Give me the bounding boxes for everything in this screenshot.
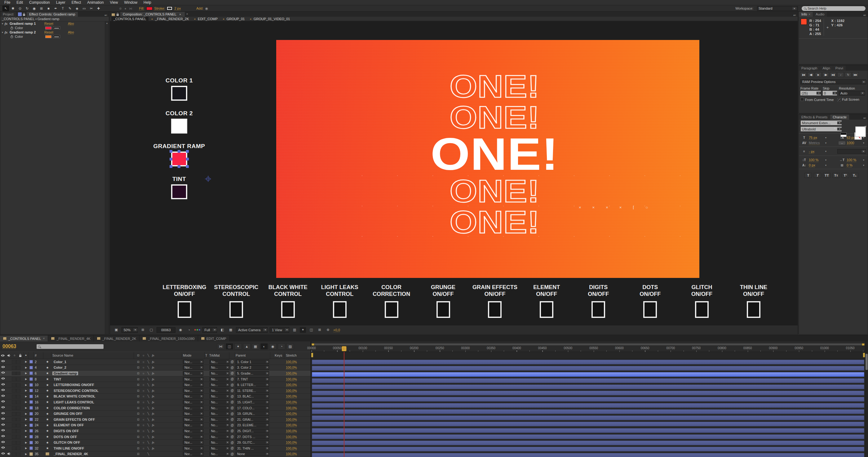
expand-arrow-icon[interactable]: ▶ bbox=[25, 413, 27, 415]
blend-mode-dropdown[interactable]: Nor...▼ bbox=[183, 360, 204, 364]
layer-name[interactable]: _FINAL_RENDER_4K bbox=[52, 452, 89, 456]
ram-preview-options-dropdown[interactable]: RAM Preview Options ▼ bbox=[800, 79, 866, 84]
stretch-value[interactable]: 100,0% bbox=[286, 452, 297, 456]
layer-row[interactable]: ▶ 6 ★ Gradient ramp ⊡ ☼ ╲ fx Nor...▼ No.… bbox=[0, 370, 311, 377]
motion-blur-switch-icon[interactable]: ╲ bbox=[148, 360, 149, 363]
layer-bar-row[interactable] bbox=[311, 428, 865, 434]
audio-toggle-button[interactable]: ♪ bbox=[837, 72, 844, 77]
layer-bar-row[interactable] bbox=[311, 440, 865, 447]
effect-reset-link[interactable]: Reset bbox=[44, 22, 66, 25]
ram-preview-button[interactable]: ▶▶ bbox=[852, 72, 859, 77]
frame-blend-switch-icon[interactable]: ☼ bbox=[142, 418, 145, 421]
toggle-checkbox[interactable] bbox=[643, 301, 657, 318]
effects-switch-icon[interactable]: fx bbox=[152, 372, 157, 375]
label-color-chip[interactable] bbox=[29, 389, 33, 392]
stretch-value[interactable]: 100,0% bbox=[286, 412, 297, 416]
frame-blend-switch-icon[interactable]: ☼ bbox=[142, 366, 145, 369]
expand-arrow-icon[interactable]: ▶ bbox=[25, 395, 27, 398]
effects-switch-icon[interactable]: fx bbox=[152, 447, 157, 450]
anchor-point-icon[interactable] bbox=[206, 177, 210, 181]
blend-mode-dropdown[interactable]: Nor...▼ bbox=[183, 389, 204, 393]
layer-bar-row[interactable] bbox=[311, 447, 865, 453]
expand-arrow-icon[interactable]: ▶ bbox=[25, 418, 27, 421]
camera-tool[interactable]: ◉ bbox=[31, 6, 37, 11]
stretch-value[interactable]: 100,0% bbox=[286, 389, 297, 393]
layer-duration-bar[interactable] bbox=[312, 378, 864, 383]
label-color-chip[interactable] bbox=[29, 441, 33, 444]
motion-blur-switch-icon[interactable]: ╲ bbox=[148, 429, 149, 432]
parent-pickwhip-icon[interactable]: @ bbox=[230, 418, 234, 421]
zoom-tool[interactable]: ⊙ bbox=[17, 6, 23, 11]
stretch-value[interactable]: 100,0% bbox=[286, 378, 297, 381]
trkmat-dropdown[interactable]: No...▼ bbox=[210, 400, 229, 404]
pan-behind-tool[interactable]: ⊞ bbox=[38, 6, 44, 11]
parent-dropdown[interactable]: 11. STERE...▼ bbox=[236, 389, 269, 393]
target-region-icon[interactable]: ◧ bbox=[219, 327, 225, 333]
frame-blend-switch-icon[interactable]: ☼ bbox=[142, 401, 145, 404]
motion-blur-switch-icon[interactable]: ╲ bbox=[148, 435, 149, 438]
menu-item[interactable]: Help bbox=[141, 0, 154, 5]
parent-dropdown[interactable]: 5. Gradie...▼ bbox=[236, 371, 269, 376]
play-button[interactable]: ▶ bbox=[815, 72, 822, 77]
faux-style-button[interactable]: TT bbox=[823, 173, 831, 178]
motion-blur-switch-icon[interactable]: ╲ bbox=[148, 424, 149, 427]
preview-tab[interactable]: Paragraph bbox=[799, 66, 819, 71]
layer-bar-row[interactable] bbox=[311, 360, 865, 366]
resolution-dropdown[interactable]: Auto ▼ bbox=[839, 91, 865, 95]
blend-mode-dropdown[interactable]: Nor...▼ bbox=[183, 423, 204, 427]
stretch-value[interactable]: 100,0% bbox=[286, 406, 297, 410]
eye-icon[interactable] bbox=[1, 429, 5, 432]
first-frame-button[interactable]: ▮◀ bbox=[800, 72, 807, 77]
current-frame-field[interactable]: 00063 bbox=[2, 344, 17, 349]
toggle-checkbox[interactable] bbox=[178, 301, 191, 318]
layer-name[interactable]: COLOR CORRECTION bbox=[52, 406, 91, 410]
close-icon[interactable]: × bbox=[186, 12, 188, 16]
frame-blend-switch-icon[interactable]: ☼ bbox=[142, 389, 145, 392]
baseline-shift-value[interactable]: 0 px bbox=[809, 163, 823, 167]
eye-icon[interactable] bbox=[1, 452, 5, 455]
parent-pickwhip-icon[interactable]: @ bbox=[230, 435, 234, 438]
parent-dropdown[interactable]: 3. Color 2▼ bbox=[236, 365, 269, 370]
stretch-value[interactable]: 100,0% bbox=[286, 418, 297, 421]
transparency-grid-icon[interactable]: ▦ bbox=[227, 327, 234, 333]
layer-duration-bar[interactable] bbox=[312, 422, 864, 426]
trkmat-dropdown[interactable]: No...▼ bbox=[210, 383, 229, 387]
composition-viewer[interactable]: ONE!ONE!ONE!ONE!ONE! ××××⌈○ COLOR 1 COLO… bbox=[110, 21, 798, 325]
layer-duration-bar[interactable] bbox=[312, 391, 864, 395]
collapse-arrow-icon[interactable]: ▼ bbox=[0, 31, 5, 33]
layer-row[interactable]: ▶ 12 ★ STEREOSCOPIC CONTROL ⊡ ☼ ╲ fx Nor… bbox=[0, 388, 311, 394]
eye-icon[interactable] bbox=[1, 389, 5, 391]
layer-row[interactable]: ▶ 24 ★ ELEMENT ON OFF ⊡ ☼ ╲ fx Nor...▼ N… bbox=[0, 423, 311, 428]
trkmat-dropdown[interactable]: No...▼ bbox=[210, 365, 229, 370]
trkmat-dropdown[interactable]: No...▼ bbox=[210, 394, 229, 398]
layer-duration-bar[interactable] bbox=[312, 397, 864, 401]
camera-dropdown[interactable]: Active Camera ▼ bbox=[236, 327, 268, 333]
parent-dropdown[interactable]: 17. COLO...▼ bbox=[236, 406, 269, 410]
collapse-switch-icon[interactable]: ⊡ bbox=[137, 360, 140, 363]
eye-icon[interactable] bbox=[1, 360, 5, 362]
parent-pickwhip-icon[interactable]: @ bbox=[230, 429, 234, 432]
label-color-chip[interactable] bbox=[29, 418, 33, 421]
motion-blur-switch-icon[interactable]: ╲ bbox=[148, 406, 149, 410]
layer-duration-bar[interactable] bbox=[312, 372, 864, 377]
menu-item[interactable]: File bbox=[1, 0, 13, 5]
effects-switch-icon[interactable]: fx bbox=[152, 360, 157, 363]
eye-icon[interactable] bbox=[1, 366, 5, 368]
frame-blend-switch-icon[interactable]: ☼ bbox=[142, 378, 145, 381]
label-color-chip[interactable] bbox=[29, 395, 33, 398]
parent-dropdown[interactable]: 23. ELEME...▼ bbox=[236, 423, 269, 427]
time-ruler[interactable]: 0000000050001000015000200002500030000350… bbox=[311, 346, 865, 352]
motion-blur-switch-icon[interactable]: ╲ bbox=[148, 372, 149, 375]
parent-pickwhip-icon[interactable]: @ bbox=[230, 441, 234, 444]
chevron-down-icon[interactable]: ▼ bbox=[862, 142, 866, 144]
roto-brush-tool[interactable]: ✂ bbox=[88, 6, 95, 11]
channel-icon[interactable] bbox=[194, 329, 200, 331]
layer-bar-row[interactable] bbox=[311, 409, 865, 415]
timeline-tab[interactable]: _FINAL_RENDER_2K × bbox=[94, 335, 140, 341]
chevron-down-icon[interactable]: ▼ bbox=[824, 159, 828, 161]
comp-mini-flowchart-icon[interactable]: ⋈ bbox=[217, 343, 224, 350]
label-color-chip[interactable] bbox=[29, 412, 33, 416]
collapse-arrow-icon[interactable]: ▼ bbox=[0, 23, 5, 25]
motion-blur-switch-icon[interactable]: ╲ bbox=[148, 389, 149, 392]
expand-arrow-icon[interactable]: ▶ bbox=[25, 360, 27, 363]
